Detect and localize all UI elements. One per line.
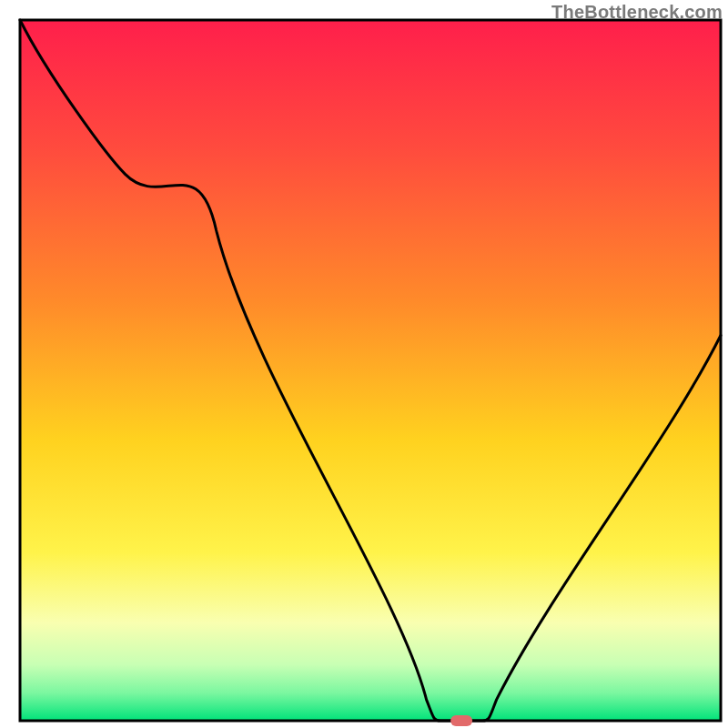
chart-container: TheBottleneck.com: [0, 0, 728, 728]
bottleneck-chart: [0, 0, 728, 728]
optimal-point-marker: [450, 715, 472, 726]
watermark-text: TheBottleneck.com: [551, 2, 723, 23]
plot-background: [20, 20, 721, 721]
